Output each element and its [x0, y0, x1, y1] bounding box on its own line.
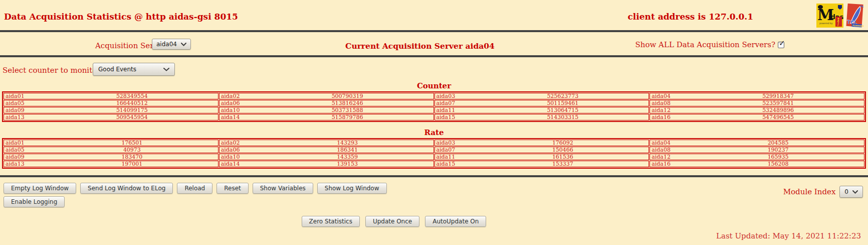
server-name: aida06 — [220, 100, 264, 106]
server-name: aida08 — [650, 100, 694, 106]
stat-value: 204585 — [694, 140, 862, 146]
stat-cell: aida07150466 — [435, 147, 649, 153]
stat-value: 513816246 — [264, 100, 431, 106]
stat-value: 143359 — [264, 154, 431, 160]
server-name: aida16 — [650, 161, 694, 167]
stat-value: 523597841 — [694, 100, 862, 106]
server-name: aida14 — [220, 161, 264, 167]
stat-cell: aida06186341 — [219, 147, 434, 153]
stat-row: aida13197001aida14139153aida15153337aida… — [4, 161, 864, 167]
server-name: aida04 — [650, 93, 694, 99]
stat-cell: aida0540973 — [4, 147, 219, 153]
server-name: aida16 — [650, 114, 694, 120]
chevron-down-icon — [852, 190, 858, 194]
stat-cell: aida02143293 — [219, 140, 434, 146]
stat-row: aida01528349554aida02500790319aida035256… — [4, 93, 864, 99]
stat-cell: aida09514099175 — [4, 107, 219, 113]
server-name: aida15 — [435, 114, 479, 120]
stat-value: 509545954 — [48, 114, 216, 120]
stat-cell: aida06513816246 — [219, 100, 434, 106]
server-name: aida15 — [435, 161, 479, 167]
checkmark-icon: ✓ — [779, 39, 785, 48]
divider — [0, 30, 868, 32]
stat-value: 183470 — [48, 154, 216, 160]
stat-value: 515879786 — [264, 114, 431, 120]
stat-value: 150466 — [479, 147, 647, 153]
stat-cell: aida08190237 — [649, 147, 864, 153]
counter-select[interactable]: Good Events — [93, 63, 175, 76]
stat-cell: aida13197001 — [4, 161, 219, 167]
stat-value: 190237 — [694, 147, 862, 153]
server-name: aida08 — [650, 147, 694, 153]
last-updated-text: Last Updated: May 14, 2021 11:22:23 — [0, 231, 868, 240]
enable-logging-button[interactable]: Enable Logging — [4, 196, 65, 207]
stat-value: 166440512 — [48, 100, 216, 106]
stat-value: 139153 — [264, 161, 431, 167]
server-name: aida14 — [220, 114, 264, 120]
server-name: aida07 — [435, 100, 479, 106]
divider — [0, 55, 868, 57]
server-name: aida11 — [435, 154, 479, 160]
server-name: aida01 — [4, 140, 48, 146]
rate-section-title: Rate — [0, 128, 868, 137]
update-once-button[interactable]: Update Once — [365, 216, 419, 227]
counter-select-row: Select counter to monitor Good Events — [0, 62, 868, 77]
server-name: aida06 — [220, 147, 264, 153]
reload-button[interactable]: Reload — [177, 183, 212, 194]
stat-cell: aida16156208 — [649, 161, 864, 167]
log-controls: Empty Log WindowSend Log Window to ELogR… — [0, 183, 868, 207]
server-name: aida09 — [4, 107, 48, 113]
autoupdate-on-button[interactable]: AutoUpdate On — [425, 216, 486, 227]
update-controls: Zero StatisticsUpdate OnceAutoUpdate On — [0, 216, 828, 227]
server-name: aida02 — [220, 93, 264, 99]
server-name: aida10 — [220, 154, 264, 160]
reset-button[interactable]: Reset — [216, 183, 249, 194]
stat-value: 532489896 — [694, 107, 862, 113]
log-button-row-1: Empty Log WindowSend Log Window to ELogR… — [4, 183, 868, 194]
server-name: aida01 — [4, 93, 48, 99]
midas-logo-icon: M idas powered by — [816, 4, 843, 30]
server-name: aida13 — [4, 161, 48, 167]
server-name: aida03 — [435, 140, 479, 146]
stat-value: 528349554 — [48, 93, 216, 99]
zero-statistics-button[interactable]: Zero Statistics — [302, 216, 360, 227]
show-all-servers-label: Show ALL Data Acquisition Servers? — [635, 40, 775, 49]
show-variables-button[interactable]: Show Variables — [253, 183, 313, 194]
stat-value: 176092 — [479, 140, 647, 146]
counter-table: aida01528349554aida02500790319aida035256… — [2, 91, 866, 122]
stat-value: 156208 — [694, 161, 862, 167]
stat-cell: aida08523597841 — [649, 100, 864, 106]
logos: M idas powered by TCL POWERED — [816, 4, 864, 30]
stat-row: aida05166440512aida06513816246aida075011… — [4, 100, 864, 106]
server-name: aida13 — [4, 114, 48, 120]
stat-cell: aida09183470 — [4, 154, 219, 160]
module-index-label: Module Index — [783, 187, 836, 196]
stat-cell: aida10143359 — [219, 154, 434, 160]
log-button-row-2: Enable Logging — [4, 196, 868, 207]
stat-row: aida09514099175aida10503731588aida115130… — [4, 107, 864, 113]
stat-cell: aida04204585 — [649, 140, 864, 146]
server-name: aida02 — [220, 140, 264, 146]
stat-cell: aida02500790319 — [219, 93, 434, 99]
svg-text:powered by: powered by — [819, 22, 833, 25]
stat-value: 165935 — [694, 154, 862, 160]
counter-select-value: Good Events — [98, 66, 136, 73]
stat-value: 501159461 — [479, 100, 647, 106]
client-address: client address is 127.0.0.1 — [627, 12, 753, 22]
stat-cell: aida16547496545 — [649, 114, 864, 120]
show-all-checkbox[interactable]: ✓ — [778, 42, 784, 48]
server-bar: Acquisition Servers aida04 Current Acqui… — [0, 36, 868, 55]
show-log-window-button[interactable]: Show Log Window — [317, 183, 387, 194]
stat-cell: aida10503731588 — [219, 107, 434, 113]
send-log-window-to-elog-button[interactable]: Send Log Window to ELog — [80, 183, 173, 194]
server-name: aida09 — [4, 154, 48, 160]
stat-cell: aida11513064715 — [435, 107, 649, 113]
empty-log-window-button[interactable]: Empty Log Window — [4, 183, 76, 194]
stat-value: 525623773 — [479, 93, 647, 99]
server-name: aida11 — [435, 107, 479, 113]
stat-cell: aida15153337 — [435, 161, 649, 167]
stat-cell: aida12532489896 — [649, 107, 864, 113]
module-index-select[interactable]: 0 — [839, 186, 863, 198]
counter-select-label: Select counter to monitor — [3, 66, 100, 75]
counter-section-title: Counter — [0, 81, 868, 90]
